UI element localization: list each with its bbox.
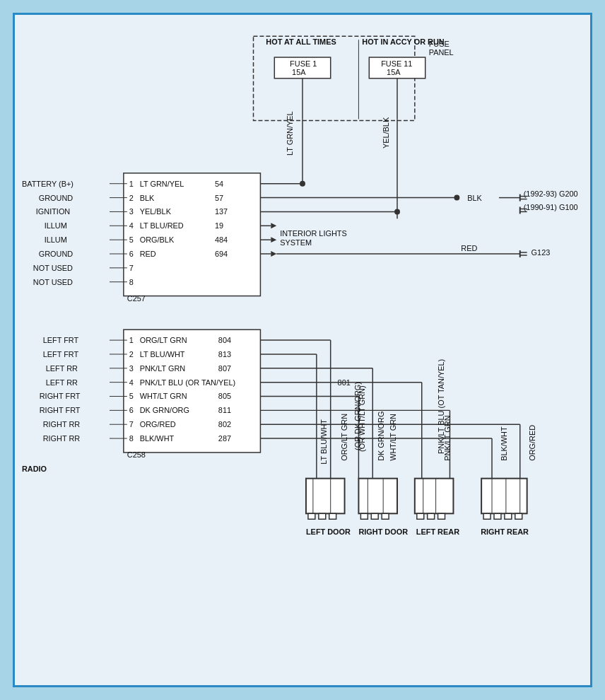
right-door-label: RIGHT DOOR [358, 527, 408, 536]
hot-accy-run: HOT IN ACCY OR RUN [362, 37, 444, 46]
c257-pin7-num: 7 [129, 264, 134, 272]
c257-label: C257 [127, 295, 146, 303]
c257-pin6-wire: RED [140, 250, 156, 258]
svg-rect-85 [308, 513, 315, 519]
c258-pin8-code: 287 [218, 434, 231, 443]
c258-pin7-wire: ORG/RED [140, 420, 176, 428]
svg-rect-104 [483, 513, 491, 519]
sig-left-rr1: LEFT RR [46, 364, 78, 373]
wire-dk-grn-org-bottom: DK GRN/ORG [377, 412, 385, 461]
fuse11-label: FUSE 11 [381, 59, 412, 68]
radio-label: RADIO [22, 465, 47, 473]
c258-pin2-wire: LT BLU/WHT [140, 350, 185, 358]
svg-rect-105 [494, 513, 501, 519]
sig-ignition: IGNITION [36, 207, 70, 216]
c257-pin6-code: 694 [215, 250, 228, 258]
wire-or-wht-lt-grn: (OR WHT/LT GRN) [358, 385, 366, 452]
svg-rect-87 [329, 513, 336, 519]
c257-pin2-wire: BLK [140, 194, 155, 202]
svg-rect-92 [371, 513, 378, 519]
sig-left-rr2: LEFT RR [46, 378, 78, 387]
hot-all-times: HOT AT ALL TIMES [266, 37, 336, 46]
fuse-panel-label2: PANEL [429, 48, 454, 57]
sig-ground1: GROUND [39, 194, 74, 202]
c257-pin4-num: 4 [129, 221, 134, 230]
c258-pin5-num: 5 [129, 392, 134, 400]
c257-pin3-wire: YEL/BLK [140, 207, 172, 216]
lt-grn-yel-wire-label: LT GRN/YEL [286, 111, 294, 156]
c258-pin6-wire: DK GRN/ORG [140, 406, 189, 414]
left-rear-label: LEFT REAR [416, 527, 459, 536]
blk-wire-label: BLK [467, 194, 482, 202]
c258-pin2-code: 813 [218, 350, 231, 358]
c257-pin1-code: 54 [215, 180, 223, 188]
sig-illum2: ILLUM [45, 235, 67, 244]
c257-pin6-num: 6 [129, 250, 134, 258]
svg-rect-88 [358, 479, 397, 514]
c258-pin4-num: 4 [129, 378, 134, 387]
wire-wht-lt-grn-bottom: WHT/LT GRN [389, 414, 397, 461]
interior-lights-label: INTERIOR LIGHTS [280, 229, 347, 238]
c257-pin1-num: 1 [129, 180, 134, 188]
svg-rect-82 [306, 479, 345, 514]
c258-pin2-num: 2 [129, 350, 134, 358]
wire-blk-wht-bottom: BLK/WHT [500, 426, 508, 461]
svg-point-35 [394, 209, 400, 214]
wire-lt-blu-wht-bottom: LT BLU/WHT [319, 419, 328, 465]
wiring-diagram: FUSE PANEL HOT AT ALL TIMES HOT IN ACCY … [13, 13, 592, 687]
c258-pin8-num: 8 [129, 434, 134, 443]
svg-rect-91 [360, 513, 368, 519]
wire-pnk-lt-grn-bottom: PNK/LT GRN [443, 415, 452, 460]
interior-lights-label2: SYSTEM [280, 238, 312, 247]
sig-right-rr1: RIGHT RR [43, 420, 81, 428]
sig-ground2: GROUND [39, 250, 74, 258]
c257-pin5-code: 484 [215, 235, 228, 244]
fuse11-rating: 15A [387, 68, 401, 76]
c258-pin3-wire: PNK/LT GRN [140, 364, 185, 373]
c258-pin3-code: 807 [218, 364, 231, 373]
c258-pin4-wire: PNK/LT BLU (OR TAN/YEL) [140, 378, 236, 387]
svg-rect-98 [428, 513, 435, 519]
red-wire-label: RED [461, 244, 477, 252]
fuse1-label: FUSE 1 [290, 59, 317, 68]
c257-pin5-wire: ORG/BLK [140, 235, 175, 244]
c258-pin8-wire: BLK/WHT [140, 434, 175, 443]
c257-pin1-wire: LT GRN/YEL [140, 180, 184, 188]
c258-pin1-num: 1 [129, 336, 134, 344]
c258-pin6-code: 811 [218, 406, 231, 414]
c257-pin3-num: 3 [129, 207, 134, 216]
c257-pin5-num: 5 [129, 235, 134, 244]
sig-not-used1: NOT USED [33, 264, 73, 272]
svg-point-29 [454, 195, 459, 201]
svg-rect-93 [382, 513, 389, 519]
c257-pin8-num: 8 [129, 278, 134, 286]
sig-illum1: ILLUM [45, 221, 67, 230]
sig-right-frt2: RIGHT FRT [40, 406, 81, 414]
svg-rect-9 [124, 173, 261, 296]
c258-pin1-code: 804 [218, 336, 231, 344]
yel-blk-wire-label: YEL/BLK [382, 117, 390, 148]
sig-right-rr2: RIGHT RR [43, 434, 81, 443]
wire-org-lt-grn-bottom: ORG/LT GRN [340, 414, 348, 461]
sig-left-frt2: LEFT FRT [43, 350, 79, 358]
sig-left-frt1: LEFT FRT [43, 336, 79, 344]
svg-point-27 [300, 181, 305, 187]
svg-rect-97 [417, 513, 424, 519]
right-rear-label: RIGHT REAR [481, 527, 529, 536]
svg-rect-99 [438, 513, 445, 519]
c258-pin7-num: 7 [129, 420, 134, 428]
c258-pin1-wire: ORG/LT GRN [140, 336, 187, 344]
c258-pin5-code: 805 [218, 392, 231, 400]
c258-pin5-wire: WHT/LT GRN [140, 392, 187, 400]
c258-pin7-code: 802 [218, 420, 231, 428]
wire-org-red-bottom: ORG/RED [528, 425, 536, 461]
svg-rect-86 [319, 513, 326, 519]
c257-pin2-num: 2 [129, 194, 134, 202]
g100-label: (1990-91) G100 [524, 203, 578, 211]
sig-right-frt1: RIGHT FRT [40, 392, 81, 400]
c258-pin6-num: 6 [129, 406, 134, 414]
svg-rect-106 [505, 513, 512, 519]
c258-label: C258 [127, 450, 146, 459]
g123-label: G123 [531, 248, 551, 257]
svg-rect-94 [415, 479, 454, 514]
